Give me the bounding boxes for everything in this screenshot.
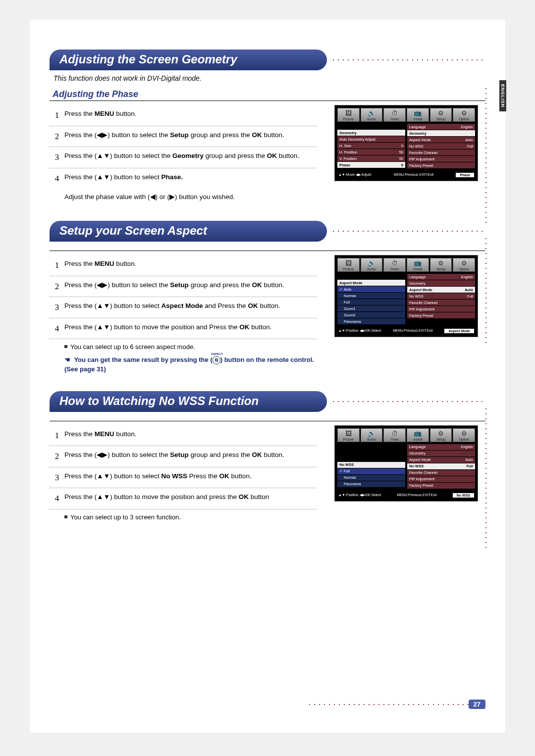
step-2: 2 Press the (◀▶) button to select the Se… (50, 446, 317, 467)
osd-tab-audio: 🔊Audio (361, 108, 383, 122)
decorative-vdots (485, 406, 486, 550)
install-icon: 📺 (407, 430, 428, 437)
foot-nav: ▲▼:Position ◀▶/OK:Select (338, 329, 381, 333)
picture-icon: 🖼 (338, 109, 359, 117)
osd-footer: ▲▼:Move ◀▶:Adjust MENU:Previous EXIT:Exi… (337, 172, 475, 178)
tab-label: Picture (343, 267, 354, 271)
section1-title: Adjusting the Screen Geometry (50, 50, 327, 70)
osd-body: No WSS ✓Full Normal Panorama LanguageEng… (337, 444, 475, 489)
step-text: Press the (▲▼) button to select Phase. A… (64, 172, 317, 202)
osd-item: Auto Geometry Adjust (337, 136, 405, 142)
foot-menu: MENU:Previous EXIT:Exit (397, 493, 436, 498)
osd-item: No WSSFull (407, 293, 475, 299)
step-text: Press the (◀▶) button to select the Setu… (64, 450, 317, 463)
foot-menu: MENU:Previous EXIT:Exit (394, 173, 433, 177)
osd-tab-audio: 🔊Audio (361, 428, 383, 442)
step-number: 2 (50, 280, 64, 293)
osd-tab-setup: ⚙Setup (430, 258, 452, 272)
tab-label: Audio (367, 438, 376, 441)
rule (50, 251, 485, 251)
step-2: 2 Press the (◀▶) button to select the Se… (50, 276, 317, 298)
step-3: 3 Press the (▲▼) button to select No WSS… (50, 467, 317, 489)
step-number: 1 (50, 429, 64, 442)
step-number: 4 (50, 322, 64, 335)
osd-item: Normal (337, 293, 405, 299)
osd-item-selected: ✓Auto (337, 286, 405, 292)
section1-content: 1 Press the MENU button. 2 Press the (◀▶… (50, 105, 485, 206)
option-icon: ⚙ (453, 259, 475, 267)
tab-label: Install (413, 117, 422, 121)
section2-header: Setup your Screen Aspect (50, 221, 485, 242)
step-text: Press the (▲▼) button to select No WSS P… (64, 471, 317, 484)
step-text: Press the (◀▶) button to select the Setu… (64, 280, 317, 293)
step-4: 4 Press the (▲▼) button to move the posi… (50, 318, 317, 340)
option-icon: ⚙ (453, 430, 475, 437)
step-1: 1 Press the MENU button. (50, 425, 317, 447)
osd-right-col: LanguageEnglish Geometry Aspect ModeAuto… (407, 274, 475, 325)
tab-label: Option (459, 267, 469, 271)
osd-footer: ▲▼:Position ◀▶/OK:Select MENU:Previous E… (337, 492, 475, 499)
picture-icon: 🖼 (338, 430, 359, 437)
osd-tab-setup: ⚙Setup (430, 108, 452, 122)
osd-tab-timer: ⏱Timer (383, 258, 406, 272)
osd-right-col: LanguageEnglish Geometry Aspect ModeAuto… (407, 444, 475, 489)
bullet-icon (64, 515, 67, 518)
step-number: 2 (50, 130, 64, 143)
osd-item: Factory Preset (407, 312, 475, 318)
step-text: Press the MENU button. (64, 429, 317, 442)
osd-header: Aspect Mode (337, 280, 405, 286)
osd-tab-picture: 🖼Picture (337, 108, 360, 122)
osd-left-col: Geometry Auto Geometry Adjust H. Size0 H… (337, 124, 405, 169)
osd-left-col: No WSS ✓Full Normal Panorama (337, 444, 405, 489)
option-icon: ⚙ (453, 109, 475, 117)
osd-menu-geometry: 🖼Picture 🔊Audio ⏱Timer 📺Install ⚙Setup ⚙… (334, 105, 478, 181)
step-text: Press the (▲▼) button to move the positi… (64, 492, 317, 505)
osd-item: V. Position50 (337, 155, 405, 161)
section3-header: How to Watching No WSS Function (50, 391, 485, 412)
decorative-dots (330, 401, 485, 402)
foot-current: Aspect Mode (444, 329, 474, 333)
step-text: Press the (◀▶) button to select the Setu… (64, 130, 317, 143)
osd-item: LanguageEnglish (407, 444, 475, 450)
osd-item: LanguageEnglish (407, 274, 475, 280)
section2-content: 1 Press the MENU button. 2 Press the (◀▶… (50, 255, 485, 376)
osd-item: Panorama (337, 481, 405, 487)
osd-tab-picture: 🖼Picture (337, 428, 360, 442)
step-4: 4 Press the (▲▼) button to move the posi… (50, 488, 317, 509)
timer-icon: ⏱ (384, 109, 405, 117)
tab-label: Install (413, 438, 422, 441)
check-icon: ✓ (339, 287, 344, 292)
timer-icon: ⏱ (384, 430, 405, 437)
osd-item: Geometry (407, 280, 475, 286)
section1-osd: 🖼Picture 🔊Audio ⏱Timer 📺Install ⚙Setup ⚙… (317, 105, 485, 206)
osd-item: Geometry (407, 130, 475, 136)
picture-icon: 🖼 (338, 259, 359, 267)
osd-menu-aspect: 🖼Picture 🔊Audio ⏱Timer 📺Install ⚙Setup ⚙… (334, 255, 478, 337)
foot-current: Phase (456, 173, 474, 177)
foot-current: No WSS (453, 493, 474, 498)
step-3: 3 Press the (▲▼) button to select Aspect… (50, 297, 317, 318)
osd-item-selected: Aspect ModeAuto (407, 287, 475, 293)
section1-header: Adjusting the Screen Geometry (50, 50, 485, 70)
osd-item: Aspect ModeAuto (407, 457, 475, 463)
osd-item: Full (337, 299, 405, 305)
osd-item: Normal (337, 475, 405, 481)
tab-label: Audio (367, 117, 376, 121)
tip-text-a: You can get the same result by pressing … (74, 356, 212, 363)
foot-nav: ▲▼:Move ◀▶:Adjust (338, 173, 371, 177)
foot-menu: MENU:Previous EXIT:Exit (393, 329, 432, 333)
setup-icon: ⚙ (430, 430, 452, 437)
tab-label: Timer (390, 117, 399, 121)
tab-label: Timer (390, 267, 399, 271)
osd-right-col: LanguageEnglish Geometry Aspect ModeAuto… (407, 124, 475, 169)
foot-nav: ▲▼:Position ◀▶/OK:Select (338, 493, 381, 498)
step-number: 3 (50, 151, 64, 164)
osd-tab-audio: 🔊Audio (361, 258, 383, 272)
tab-label: Picture (343, 438, 354, 441)
osd-item: PIP Adjustment (407, 156, 475, 162)
osd-item: H. Position50 (337, 149, 405, 155)
osd-item: Panorama (337, 318, 405, 324)
step-number: 2 (50, 450, 64, 463)
tab-label: Install (413, 267, 422, 271)
osd-item: Favorite Channel (407, 470, 475, 476)
